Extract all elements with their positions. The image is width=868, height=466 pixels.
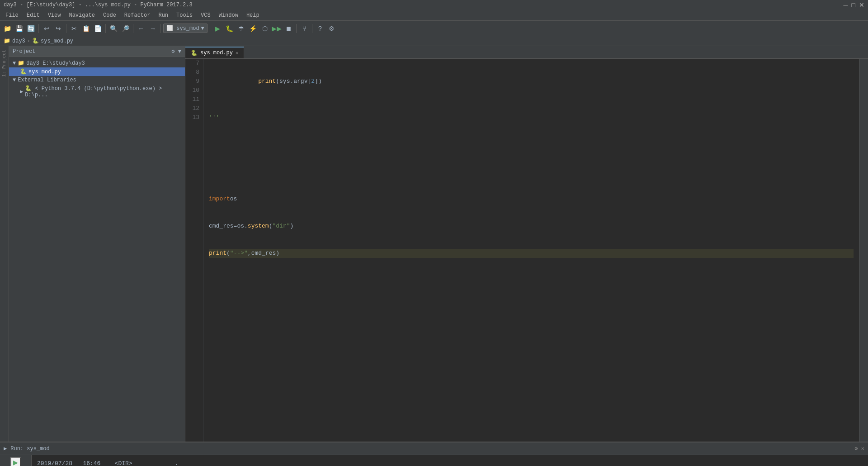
panel-settings-btn[interactable]: ⚙ ✕ — [854, 445, 864, 452]
window-controls: ─ □ ✕ — [844, 1, 864, 9]
toolbar-sep-1 — [38, 24, 39, 33]
line-num-12: 12 — [189, 104, 199, 113]
toolbar-search-btn[interactable]: 🔍 — [108, 23, 119, 34]
sidebar-project-icon[interactable]: 1: Project — [1, 48, 8, 79]
run-icon: ▶ — [4, 445, 7, 452]
dropdown-arrow-icon: ▼ — [201, 25, 204, 32]
run-play-btn[interactable]: ▶ — [10, 457, 21, 466]
run-config-dropdown[interactable]: ⬜ sys_mod ▼ — [163, 24, 208, 33]
breadcrumb-file[interactable]: sys_mod.py — [41, 38, 73, 44]
toolbar-save-btn[interactable]: 💾 — [14, 23, 24, 34]
menu-vcs[interactable]: VCS — [197, 11, 214, 19]
coverage-btn[interactable]: ☂ — [236, 23, 247, 34]
toolbar-sep-3 — [105, 24, 106, 33]
py-icon: 🐍 — [20, 68, 27, 75]
code-line-13: print("-->", cmd_res) — [209, 249, 854, 258]
menu-help[interactable]: Help — [243, 11, 263, 19]
toolbar-undo-btn[interactable]: ↩ — [41, 23, 52, 34]
code-line-9 — [209, 140, 854, 149]
tab-label: sys_mod.py — [200, 50, 233, 56]
code-editor[interactable]: 7 8 9 10 11 12 13 print(sys.argv[2]) ''' — [185, 59, 868, 442]
folder-day3-icon: 📁 — [18, 60, 24, 67]
left-sidebar: 1: Project — [0, 46, 9, 442]
tree-item-external[interactable]: ▼ External Libraries — [9, 76, 185, 84]
breadcrumb: 📁 day3 › 🐍 sys_mod.py — [0, 36, 868, 46]
toolbar-paste-btn[interactable]: 📄 — [92, 23, 103, 34]
maximize-button[interactable]: □ — [852, 1, 855, 9]
right-scrollbar[interactable] — [859, 59, 868, 442]
line-num-13: 13 — [189, 113, 199, 122]
tab-icon: 🐍 — [191, 50, 198, 57]
code-line-8: ''' — [209, 113, 854, 122]
toolbar-redo-btn[interactable]: ↪ — [53, 23, 64, 34]
menu-file[interactable]: File — [2, 11, 22, 19]
help-toolbar-btn[interactable]: ? — [315, 23, 326, 34]
toolbar-cut-btn[interactable]: ✂ — [69, 23, 80, 34]
bottom-panel: ▶ Run: sys_mod ⚙ ✕ ▶ ↩ ⏹ ⏸ ≡ ⇄ ☰ ⊞ ✦ ✕ ?… — [0, 442, 868, 466]
settings-toolbar-btn[interactable]: ⚙ — [326, 23, 337, 34]
line-num-11: 11 — [189, 95, 199, 104]
tree-item-sysmod[interactable]: 🐍 sys_mod.py — [9, 67, 185, 76]
toolbar-copy-btn[interactable]: 📋 — [80, 23, 91, 34]
run2-btn[interactable]: ▶▶ — [271, 23, 282, 34]
project-panel: Project ⚙ ▼ ▼ 📁 day3 E:\study\day3 🐍 sys… — [9, 46, 185, 442]
breadcrumb-file-icon: 🐍 — [32, 38, 39, 44]
breadcrumb-day3[interactable]: day3 — [12, 38, 25, 44]
minimize-button[interactable]: ─ — [844, 1, 848, 9]
close-button[interactable]: ✕ — [859, 1, 864, 9]
breadcrumb-item-1: 📁 — [4, 38, 10, 44]
toolbar-sep-7 — [296, 24, 297, 33]
bottom-panel-header: ▶ Run: sys_mod ⚙ ✕ — [0, 442, 868, 455]
project-tree: ▼ 📁 day3 E:\study\day3 🐍 sys_mod.py ▼ Ex… — [9, 57, 185, 442]
bottom-panel-content: ▶ ↩ ⏹ ⏸ ≡ ⇄ ☰ ⊞ ✦ ✕ ? 2019/07/28 16:46 <… — [0, 455, 868, 466]
code-line-7: print(sys.argv[2]) — [209, 77, 854, 95]
tree-sysmod-label: sys_mod.py — [28, 69, 61, 75]
code-content[interactable]: print(sys.argv[2]) ''' import os cmd_res… — [203, 59, 859, 442]
output-line-1: 2019/07/28 16:46 <DIR> . — [37, 459, 863, 466]
menu-edit[interactable]: Edit — [23, 11, 43, 19]
project-header: Project ⚙ ▼ — [9, 46, 185, 57]
code-line-12: cmd_res = os.system("dir") — [209, 222, 854, 231]
toolbar-folder-btn[interactable]: 📁 — [2, 23, 13, 34]
tree-arrow-ext: ▼ — [13, 77, 16, 83]
menu-tools[interactable]: Tools — [173, 11, 196, 19]
debug-btn[interactable]: 🐛 — [224, 23, 235, 34]
menu-run[interactable]: Run — [155, 11, 172, 19]
stop-btn[interactable]: ⏹ — [283, 23, 294, 34]
breadcrumb-sep: › — [27, 38, 30, 44]
line-num-7: 7 — [189, 59, 199, 68]
run-config-label: ⬜ sys_mod — [166, 25, 199, 32]
menu-code[interactable]: Code — [99, 11, 120, 19]
tree-item-day3[interactable]: ▼ 📁 day3 E:\study\day3 — [9, 59, 185, 67]
menu-window[interactable]: Window — [215, 11, 242, 19]
toolbar-sep-4 — [133, 24, 133, 33]
toolbar-sep-6 — [210, 24, 210, 33]
title-text: day3 - [E:\study\day3] - ...\sys_mod.py … — [4, 2, 193, 8]
toolbar-sep-5 — [160, 24, 161, 33]
main-layout: 1: Project Project ⚙ ▼ ▼ 📁 day3 E:\study… — [0, 46, 868, 442]
toolbar-sync-btn[interactable]: 🔄 — [25, 23, 36, 34]
code-line-14 — [209, 276, 854, 285]
menu-view[interactable]: View — [44, 11, 65, 19]
project-header-icons: ⚙ ▼ — [171, 48, 181, 55]
menu-refactor[interactable]: Refactor — [121, 11, 154, 19]
toolbar: 📁 💾 🔄 ↩ ↪ ✂ 📋 📄 🔍 🔎 ← → ⬜ sys_mod ▼ ▶ 🐛 … — [0, 21, 868, 36]
editor-area: 🐍 sys_mod.py ✕ 7 8 9 10 11 12 13 print(s… — [185, 46, 868, 442]
tree-py-label: 🐍 < Python 3.7.4 (D:\python\python.exe) … — [25, 85, 181, 98]
vcs-btn[interactable]: ⑂ — [299, 23, 310, 34]
toolbar-forward-btn[interactable]: → — [147, 23, 158, 34]
tree-arrow-day3: ▼ — [13, 60, 16, 67]
profile-btn[interactable]: ⚡ — [248, 23, 259, 34]
menu-navigate[interactable]: Navigate — [65, 11, 99, 19]
line-numbers: 7 8 9 10 11 12 13 — [185, 59, 203, 442]
toolbar-replace-btn[interactable]: 🔎 — [120, 23, 131, 34]
concurrency-btn[interactable]: ⬡ — [259, 23, 270, 34]
tree-item-python[interactable]: ▶ 🐍 < Python 3.7.4 (D:\python\python.exe… — [9, 84, 185, 99]
run-output: 2019/07/28 16:46 <DIR> . 2019/07/28 16:4… — [32, 455, 868, 466]
toolbar-back-btn[interactable]: ← — [136, 23, 146, 34]
run-green-btn[interactable]: ▶ — [212, 23, 223, 34]
title-bar: day3 - [E:\study\day3] - ...\sys_mod.py … — [0, 0, 868, 10]
tab-close-btn[interactable]: ✕ — [236, 50, 238, 56]
tab-sysmod[interactable]: 🐍 sys_mod.py ✕ — [185, 47, 244, 58]
line-num-10: 10 — [189, 86, 199, 95]
